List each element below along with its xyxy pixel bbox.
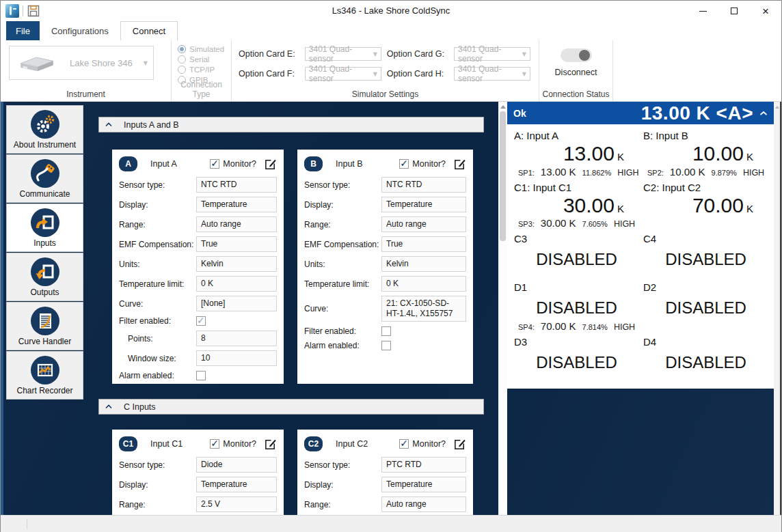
status-badge: Ok — [513, 108, 526, 119]
input-arrow-icon — [31, 208, 59, 237]
curve-document-icon — [31, 307, 59, 335]
edit-button[interactable] — [453, 437, 466, 451]
radio-simulated[interactable]: Simulated — [178, 45, 231, 53]
input-a-badge: A — [119, 156, 137, 171]
option-card-g-dropdown[interactable]: 3401 Quad-sensor ▼ — [454, 47, 530, 61]
sensor-type-field[interactable]: Diode — [196, 457, 277, 473]
scroll-up-arrow-icon[interactable] — [498, 102, 507, 111]
reading-input-c1: C1: Input C1 30.00K SP3: 30.00 K 7.605% … — [513, 180, 642, 232]
edit-pencil-icon — [264, 158, 277, 171]
sensor-type-field[interactable]: NTC RTD — [381, 177, 466, 193]
option-card-g-label: Option Card G: — [387, 49, 448, 59]
input-c2-card: C2 Input C2 Monitor? Sensor type:PTC RTD… — [297, 430, 473, 515]
reading-input-c2: C2: Input C2 70.00K — [642, 180, 771, 232]
dropdown-caret-icon: ▼ — [373, 71, 377, 77]
reading-d4: D4 DISABLED — [642, 335, 771, 383]
collapse-chevron-icon[interactable] — [759, 111, 768, 116]
units-field[interactable]: Kelvin — [196, 256, 277, 272]
scrollbar-thumb[interactable] — [500, 111, 506, 241]
monitor-checkbox[interactable] — [210, 159, 219, 169]
radio-serial[interactable]: Serial — [178, 55, 231, 64]
status-bar-divider — [27, 519, 27, 529]
option-card-e-dropdown[interactable]: 3401 Quad-sensor ▼ — [305, 47, 381, 61]
monitor-checkbox[interactable] — [210, 439, 219, 449]
alarm-enabled-checkbox[interactable] — [381, 341, 391, 350]
filter-enabled-checkbox[interactable] — [381, 326, 391, 336]
filter-enabled-checkbox[interactable] — [196, 316, 206, 326]
option-card-h-label: Option Card H: — [387, 69, 448, 79]
minimize-button[interactable] — [687, 1, 718, 21]
input-a-card: A Input A Monitor? Sensor type:NTC RTD D… — [112, 150, 284, 384]
chart-icon — [31, 356, 59, 384]
input-b-card: B Input B Monitor? Sensor type:NTC RTD D… — [297, 150, 473, 384]
monitor-checkbox[interactable] — [399, 439, 409, 449]
expander-inputs-a-b[interactable]: Inputs A and B — [98, 117, 484, 132]
input-c1-badge: C1 — [119, 436, 137, 451]
dropdown-caret-icon: ▼ — [373, 51, 377, 57]
emf-field[interactable]: True — [196, 236, 277, 252]
app-window: Ls346 - Lake Shore ColdSync × File Confi… — [0, 0, 782, 532]
reading-d3: D3 DISABLED — [513, 335, 642, 383]
monitor-checkbox[interactable] — [399, 159, 409, 169]
dropdown-caret-icon: ▼ — [522, 71, 526, 77]
group-label-instrument: Instrument — [1, 89, 171, 99]
display-field[interactable]: Temperature — [381, 477, 466, 492]
alarm-enabled-checkbox[interactable] — [196, 371, 206, 380]
range-field[interactable]: Auto range — [381, 216, 466, 232]
edit-button[interactable] — [263, 437, 277, 451]
input-c1-card: C1 Input C1 Monitor? Sensor type:Diode D… — [112, 430, 284, 515]
content-scrollbar[interactable] — [498, 102, 507, 515]
window-size-field[interactable]: 10 — [196, 350, 277, 366]
display-field[interactable]: Temperature — [196, 477, 277, 492]
instrument-dropdown[interactable]: Lake Shore 346 ▼ — [9, 46, 154, 80]
reading-d1: D1 DISABLED SP4: 70.00 K 7.814% HIGH — [513, 280, 642, 335]
sidebar-item-about-instrument[interactable]: About Instrument — [6, 105, 83, 154]
radio-dot-icon — [178, 66, 186, 74]
sidebar-item-outputs[interactable]: Outputs — [6, 253, 83, 301]
window-right-edge — [780, 102, 781, 515]
output-arrow-icon — [31, 257, 59, 286]
panel-scrollbar[interactable] — [774, 102, 780, 515]
connection-toggle[interactable] — [561, 48, 592, 62]
scroll-up-arrow-icon[interactable] — [774, 103, 780, 111]
units-field[interactable]: Kelvin — [381, 256, 466, 272]
status-panel: Ok 13.00 K <A> A: Input A 13.00K SP1: 13… — [507, 102, 774, 389]
radio-dot-icon — [178, 45, 186, 53]
option-card-h-dropdown[interactable]: 3401 Quad-sensor ▼ — [454, 67, 530, 81]
sensor-type-field[interactable]: NTC RTD — [196, 177, 277, 193]
temp-limit-field[interactable]: 0 K — [381, 276, 466, 292]
tab-connect[interactable]: Connect — [120, 21, 178, 40]
expander-c-inputs[interactable]: C Inputs — [98, 399, 484, 415]
tab-configurations[interactable]: Configurations — [40, 21, 120, 40]
edit-button[interactable] — [263, 157, 277, 171]
range-field[interactable]: Auto range — [381, 496, 466, 512]
status-bar — [1, 515, 781, 532]
readings-grid: A: Input A 13.00K SP1: 13.00 K 11.862% H… — [507, 124, 774, 389]
sidebar-item-communicate[interactable]: Communicate — [6, 154, 83, 203]
sidebar-item-curve-handler[interactable]: Curve Handler — [6, 302, 83, 350]
option-card-f-dropdown[interactable]: 3401 Quad-sensor ▼ — [305, 67, 381, 81]
display-field[interactable]: Temperature — [381, 197, 466, 212]
display-field[interactable]: Temperature — [196, 197, 277, 212]
maximize-button[interactable] — [718, 1, 750, 21]
status-panel-header: Ok 13.00 K <A> — [507, 102, 774, 124]
temp-limit-field[interactable]: 0 K — [196, 276, 277, 292]
sensor-type-field[interactable]: PTC RTD — [381, 457, 466, 473]
range-field[interactable]: 2.5 V — [196, 496, 277, 512]
chevron-up-icon — [105, 122, 112, 127]
edit-button[interactable] — [453, 157, 466, 171]
tab-file[interactable]: File — [6, 21, 40, 40]
curve-field[interactable]: 21: CX-1050-SD-HT-1.4L, X155757 — [381, 296, 466, 322]
edit-pencil-icon — [264, 438, 277, 451]
curve-field[interactable]: [None] — [196, 296, 277, 311]
radio-tcpip[interactable]: TCP/IP — [178, 66, 231, 74]
close-button[interactable]: × — [750, 1, 781, 21]
points-field[interactable]: 8 — [196, 331, 277, 346]
section-title-c: C Inputs — [124, 402, 156, 412]
emf-field[interactable]: True — [381, 236, 466, 252]
close-icon: × — [762, 5, 769, 17]
sidebar-item-chart-recorder[interactable]: Chart Recorder — [6, 351, 83, 400]
title-bar: Ls346 - Lake Shore ColdSync × — [1, 1, 781, 21]
range-field[interactable]: Auto range — [196, 216, 277, 232]
sidebar-item-inputs[interactable]: Inputs — [6, 204, 83, 252]
